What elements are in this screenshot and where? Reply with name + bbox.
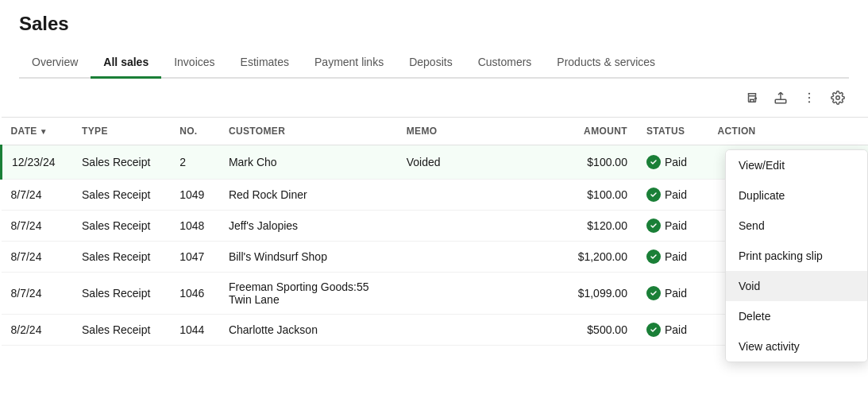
cell-amount: $120.00 <box>557 211 637 242</box>
more-options-icon[interactable] <box>798 87 820 109</box>
cell-date: 8/7/24 <box>2 273 73 315</box>
print-icon[interactable] <box>741 87 763 109</box>
cell-type: Sales Receipt <box>72 211 170 242</box>
status-label: Paid <box>665 156 687 168</box>
cell-status: Paid <box>637 180 708 211</box>
tab-overview[interactable]: Overview <box>19 48 91 79</box>
cell-type: Sales Receipt <box>72 315 170 346</box>
status-badge: Paid <box>646 155 687 169</box>
svg-point-4 <box>808 97 810 99</box>
cell-no: 1049 <box>170 180 219 211</box>
cell-amount: $1,099.00 <box>557 273 637 315</box>
context-menu-item-delete[interactable]: Delete <box>726 301 867 331</box>
status-label: Paid <box>665 250 687 263</box>
cell-date: 12/23/24 <box>2 145 73 180</box>
cell-status: Paid <box>637 273 708 315</box>
page-title: Sales <box>19 13 849 35</box>
status-dot <box>646 155 661 169</box>
col-header-customer: CUSTOMER <box>219 118 397 145</box>
cell-amount: $1,200.00 <box>557 242 637 273</box>
context-menu-item-duplicate[interactable]: Duplicate <box>726 180 867 211</box>
svg-point-3 <box>808 93 810 95</box>
table-header: DATE ▼ TYPE NO. CUSTOMER MEMO AMOUNT STA… <box>2 118 869 145</box>
settings-icon[interactable] <box>827 87 849 109</box>
context-menu-item-print-packing-slip[interactable]: Print packing slip <box>726 241 867 271</box>
tab-estimates[interactable]: Estimates <box>228 48 302 79</box>
status-label: Paid <box>665 188 687 201</box>
context-menu-item-view-activity[interactable]: View activity <box>726 331 867 362</box>
context-menu-item-void[interactable]: Void <box>726 271 867 301</box>
cell-date: 8/7/24 <box>2 211 73 242</box>
context-menu-item-send[interactable]: Send <box>726 211 867 241</box>
svg-point-5 <box>808 101 810 102</box>
cell-memo: Voided <box>397 145 557 180</box>
cell-type: Sales Receipt <box>72 145 170 180</box>
cell-no: 1046 <box>170 273 219 315</box>
status-dot <box>646 188 661 202</box>
cell-customer: Jeff's Jalopies <box>219 211 397 242</box>
status-badge: Paid <box>646 323 687 337</box>
svg-point-6 <box>836 96 840 100</box>
col-header-amount: AMOUNT <box>557 118 637 145</box>
status-badge: Paid <box>646 249 687 264</box>
context-menu-item-view-edit[interactable]: View/Edit <box>726 150 867 180</box>
tabs-bar: OverviewAll salesInvoicesEstimatesPaymen… <box>19 48 849 79</box>
cell-customer: Charlotte Jackson <box>219 315 397 346</box>
cell-amount: $100.00 <box>557 145 637 180</box>
cell-customer: Freeman Sporting Goods:55 Twin Lane <box>219 273 397 315</box>
col-header-action: ACTION <box>708 118 868 145</box>
cell-status: Paid <box>637 242 708 273</box>
col-header-no: NO. <box>170 118 219 145</box>
cell-memo <box>397 315 557 346</box>
cell-status: Paid <box>637 315 708 346</box>
cell-no: 1044 <box>170 315 219 346</box>
cell-status: Paid <box>637 145 708 180</box>
status-dot <box>646 286 661 300</box>
sort-arrow-date: ▼ <box>40 127 48 136</box>
svg-point-1 <box>755 98 757 99</box>
cell-type: Sales Receipt <box>72 180 170 211</box>
col-header-status: STATUS <box>637 118 708 145</box>
status-label: Paid <box>665 323 687 336</box>
cell-type: Sales Receipt <box>72 242 170 273</box>
cell-date: 8/7/24 <box>2 242 73 273</box>
cell-memo <box>397 180 557 211</box>
cell-no: 1048 <box>170 211 219 242</box>
cell-type: Sales Receipt <box>72 273 170 315</box>
tab-invoices[interactable]: Invoices <box>161 48 227 79</box>
export-icon[interactable] <box>770 87 792 109</box>
status-dot <box>646 219 661 233</box>
cell-customer: Red Rock Diner <box>219 180 397 211</box>
page-container: Sales OverviewAll salesInvoicesEstimates… <box>0 0 868 410</box>
cell-no: 1047 <box>170 242 219 273</box>
cell-customer: Bill's Windsurf Shop <box>219 242 397 273</box>
cell-status: Paid <box>637 211 708 242</box>
tab-deposits[interactable]: Deposits <box>396 48 465 79</box>
cell-no: 2 <box>170 145 219 180</box>
status-badge: Paid <box>646 219 687 233</box>
cell-amount: $100.00 <box>557 180 637 211</box>
status-dot <box>646 249 661 264</box>
status-dot <box>646 323 661 337</box>
tab-payment-links[interactable]: Payment links <box>302 48 396 79</box>
status-label: Paid <box>665 219 687 232</box>
cell-memo <box>397 273 557 315</box>
tab-customers[interactable]: Customers <box>465 48 545 79</box>
cell-date: 8/2/24 <box>2 315 73 346</box>
col-header-date[interactable]: DATE ▼ <box>2 118 73 145</box>
svg-rect-2 <box>775 99 786 103</box>
table-toolbar <box>0 79 868 117</box>
col-header-memo: MEMO <box>397 118 557 145</box>
status-badge: Paid <box>646 188 687 202</box>
status-label: Paid <box>665 287 687 300</box>
tab-all-sales[interactable]: All sales <box>91 48 161 79</box>
tab-products-services[interactable]: Products & services <box>544 48 668 79</box>
cell-customer: Mark Cho <box>219 145 397 180</box>
col-header-type: TYPE <box>72 118 170 145</box>
cell-memo <box>397 242 557 273</box>
cell-memo <box>397 211 557 242</box>
cell-amount: $500.00 <box>557 315 637 346</box>
context-menu: View/EditDuplicateSendPrint packing slip… <box>725 149 868 362</box>
status-badge: Paid <box>646 286 687 300</box>
page-header: Sales OverviewAll salesInvoicesEstimates… <box>0 0 868 79</box>
